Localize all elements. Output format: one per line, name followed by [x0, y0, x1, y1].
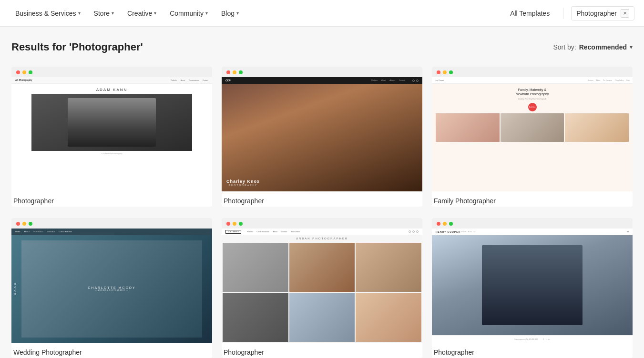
dot-yellow	[233, 222, 236, 226]
nav-label-store: Store	[94, 10, 110, 17]
template-name: Family Photographer	[432, 191, 633, 207]
nav-bar: Business & Services ▾ Store ▾ Creative ▾…	[0, 0, 644, 27]
template-name: Photographer	[222, 191, 422, 207]
sort-chevron-icon: ▾	[630, 44, 633, 50]
dot-green	[29, 70, 32, 74]
results-title: Results for 'Photographer'	[11, 41, 143, 53]
browser-chrome	[222, 218, 422, 229]
template-card[interactable]: Lyse Dupont Services About The Eperience…	[432, 67, 633, 207]
dot-green	[239, 70, 243, 74]
dot-red	[437, 70, 440, 74]
template-name: Photographer	[11, 191, 212, 207]
nav-label-blog: Blog	[221, 10, 235, 17]
template-name: Photographer	[432, 343, 633, 358]
dot-yellow	[22, 222, 26, 226]
nav-right: All Templates Photographer ×	[504, 6, 634, 21]
dot-yellow	[443, 70, 447, 74]
chevron-down-icon: ▾	[236, 10, 239, 16]
dot-yellow	[233, 70, 236, 74]
template-card[interactable]: HOME ABOUT PORTFOLIO CONTACT CLIENT ALBU…	[11, 218, 212, 358]
dot-yellow	[22, 70, 26, 74]
nav-item-creative[interactable]: Creative ▾	[122, 6, 162, 21]
browser-chrome	[432, 67, 633, 77]
template-thumbnail-wrap: ZOE-I MARKS Portfolio Client Showcase Ab…	[222, 229, 422, 343]
dot-red	[16, 70, 20, 74]
templates-grid: AK Photography Portfolio About Commissio…	[11, 67, 633, 358]
nav-item-blog[interactable]: Blog ▾	[215, 6, 245, 21]
browser-chrome	[222, 67, 422, 77]
nav-left: Business & Services ▾ Store ▾ Creative ▾…	[10, 6, 504, 21]
dot-red	[437, 222, 440, 226]
browser-chrome	[432, 218, 633, 229]
nav-divider	[563, 8, 563, 19]
nav-item-business[interactable]: Business & Services ▾	[10, 6, 86, 21]
dot-green	[449, 70, 453, 74]
template-thumbnail-wrap: Lyse Dupont Services About The Eperience…	[432, 77, 633, 191]
dot-yellow	[443, 222, 447, 226]
dot-red	[226, 222, 230, 226]
nav-label-community: Community	[170, 10, 204, 17]
all-templates-link[interactable]: All Templates	[504, 6, 555, 21]
sort-by-label: Sort by:	[553, 43, 576, 51]
sort-by-control[interactable]: Sort by: Recommended ▾	[553, 43, 633, 51]
chevron-down-icon: ▾	[154, 10, 156, 16]
search-query-label: Photographer	[576, 10, 617, 17]
template-thumbnail-wrap: HENRY COOPER PORTFOLIO ≡ hdenycoper.com …	[432, 229, 633, 343]
template-thumbnail-wrap: AK Photography Portfolio About Commissio…	[11, 77, 212, 191]
dot-green	[239, 222, 243, 226]
search-tag: Photographer ×	[571, 6, 634, 20]
dot-green	[449, 222, 453, 226]
template-name: Wedding Photographer	[11, 343, 212, 358]
chevron-down-icon: ▾	[205, 10, 208, 16]
dot-red	[16, 222, 20, 226]
sort-by-value: Recommended	[579, 43, 627, 51]
template-card[interactable]: CKP Portfolio About Albums Contact	[222, 67, 422, 207]
template-thumbnail-wrap: CKP Portfolio About Albums Contact	[222, 77, 422, 191]
nav-item-community[interactable]: Community ▾	[164, 6, 214, 21]
browser-chrome	[11, 218, 212, 229]
dot-red	[226, 70, 230, 74]
chevron-down-icon: ▾	[78, 10, 81, 16]
template-card[interactable]: ZOE-I MARKS Portfolio Client Showcase Ab…	[222, 218, 422, 358]
nav-label-business: Business & Services	[15, 10, 76, 17]
template-name: Photographer	[222, 343, 422, 358]
results-header: Results for 'Photographer' Sort by: Reco…	[11, 41, 633, 53]
template-card[interactable]: AK Photography Portfolio About Commissio…	[11, 67, 212, 207]
template-thumbnail-wrap: HOME ABOUT PORTFOLIO CONTACT CLIENT ALBU…	[11, 229, 212, 343]
template-card[interactable]: HENRY COOPER PORTFOLIO ≡ hdenycoper.com …	[432, 218, 633, 358]
nav-label-creative: Creative	[127, 10, 152, 17]
browser-chrome	[11, 67, 212, 77]
chevron-down-icon: ▾	[112, 10, 114, 16]
nav-item-store[interactable]: Store ▾	[88, 6, 120, 21]
dot-green	[29, 222, 32, 226]
main-content: Results for 'Photographer' Sort by: Reco…	[0, 27, 644, 358]
close-search-button[interactable]: ×	[621, 9, 629, 18]
